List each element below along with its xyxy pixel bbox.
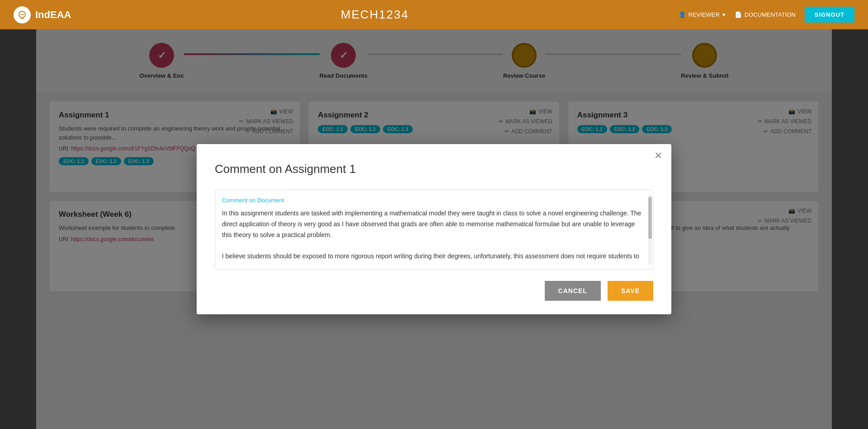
comment-text-content: In this assignment students are tasked w… bbox=[222, 208, 646, 262]
comment-paragraph-2: I believe students should be exposed to … bbox=[222, 252, 639, 262]
reviewer-link[interactable]: 👤 REVIEWER ▾ bbox=[679, 11, 726, 18]
svg-point-0 bbox=[21, 14, 22, 15]
cancel-button[interactable]: CANCEL bbox=[545, 281, 601, 301]
modal-actions: CANCEL SAVE bbox=[215, 281, 653, 301]
comment-field[interactable]: Comment on Document In this assignment s… bbox=[215, 190, 653, 270]
brand: IndEAA bbox=[14, 6, 71, 23]
save-button[interactable]: SAVE bbox=[608, 281, 653, 301]
modal-title: Comment on Assignment 1 bbox=[215, 162, 653, 176]
comment-scrollbar-thumb bbox=[648, 197, 652, 239]
brand-text: IndEAA bbox=[35, 9, 71, 21]
comment-scrollbar[interactable] bbox=[648, 195, 652, 265]
svg-point-1 bbox=[23, 14, 24, 15]
doc-icon: 📄 bbox=[735, 11, 742, 18]
comment-modal: ✕ Comment on Assignment 1 Comment on Doc… bbox=[197, 144, 671, 314]
modal-overlay: ✕ Comment on Assignment 1 Comment on Doc… bbox=[36, 29, 832, 429]
navbar-right: 👤 REVIEWER ▾ 📄 DOCUMENTATION SIGNOUT bbox=[679, 7, 854, 23]
chevron-down-icon: ▾ bbox=[722, 11, 726, 18]
page-title: MECH1234 bbox=[71, 8, 678, 22]
documentation-link[interactable]: 📄 DOCUMENTATION bbox=[735, 11, 796, 18]
signout-button[interactable]: SIGNOUT bbox=[805, 7, 854, 23]
comment-field-label: Comment on Document bbox=[222, 197, 646, 204]
brand-icon bbox=[14, 6, 31, 23]
reviewer-icon: 👤 bbox=[679, 11, 686, 18]
main-content: ✓ Overview & Eoc ✓ Read Documents Review… bbox=[36, 29, 832, 429]
modal-close-button[interactable]: ✕ bbox=[654, 151, 662, 161]
navbar: IndEAA MECH1234 👤 REVIEWER ▾ 📄 DOCUMENTA… bbox=[0, 0, 868, 29]
comment-paragraph-1: In this assignment students are tasked w… bbox=[222, 210, 641, 238]
